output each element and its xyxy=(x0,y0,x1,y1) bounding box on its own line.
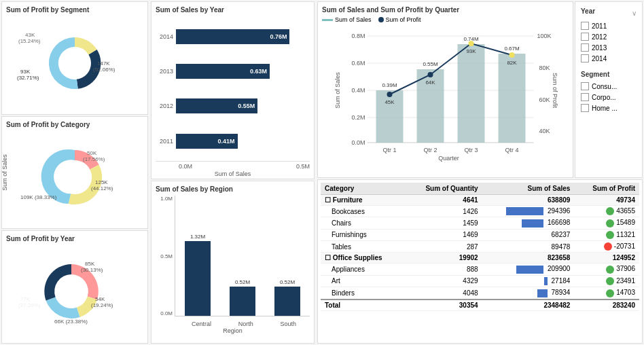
sales-val-2011: 0.41M xyxy=(218,138,235,145)
segment-corporate-item[interactable]: Corpo... xyxy=(581,93,637,101)
tables-sales: 89478 xyxy=(482,241,575,253)
art-profit: 23491 xyxy=(574,275,639,287)
chairs-sales: 166698 xyxy=(482,217,575,229)
table-row: Art 4329 27184 23491 xyxy=(321,275,639,287)
y-label-05m: 0.5M xyxy=(160,253,173,259)
profit-line xyxy=(390,43,512,94)
office-supplies-name: ☐ Office Supplies xyxy=(321,253,405,264)
year-label-2013: 2013 xyxy=(160,68,173,75)
bar-south: 0.52M xyxy=(274,279,300,316)
bar-q4 xyxy=(499,54,526,143)
svg-text:82K: 82K xyxy=(507,60,517,66)
table-row: Appliances 888 209900 37906 xyxy=(321,264,639,275)
svg-text:(15.24%): (15.24%) xyxy=(18,38,41,44)
segment-consumer-item[interactable]: Consu... xyxy=(581,82,637,90)
svg-text:0.4M: 0.4M xyxy=(352,87,365,94)
svg-text:(27.26%): (27.26%) xyxy=(18,302,41,308)
segment-home-item[interactable]: Home ... xyxy=(581,104,637,112)
table-row: ☐ Furniture 4641 638809 49734 xyxy=(321,195,639,206)
legend-sales-label: Sum of Sales xyxy=(335,16,372,23)
svg-text:80K: 80K xyxy=(539,65,550,71)
tables-name: Tables xyxy=(321,241,405,253)
year-2013-label: 2013 xyxy=(592,44,607,52)
sales-by-region-title: Sum of Sales by Region xyxy=(156,185,310,193)
sales-bar-2011: 0.41M xyxy=(176,134,310,149)
sales-bar-2014: 0.76M xyxy=(176,29,310,44)
svg-text:125K: 125K xyxy=(95,179,108,185)
year-2013-item[interactable]: 2013 xyxy=(581,43,637,52)
year-label-2011: 2011 xyxy=(160,138,173,145)
profit-by-category-chart: Sum of Profit by Category 50K (17.56%) 1… xyxy=(1,116,148,230)
furniture-sales: 638809 xyxy=(482,195,575,206)
donut-category-container: 50K (17.56%) 125K (44.12%) 109K (38.33%) xyxy=(6,131,143,223)
table-row: Chairs 1459 166698 15489 xyxy=(321,217,639,229)
top-row: Sum of Sales and Sum of Profit by Quarte… xyxy=(317,1,643,178)
svg-text:0.2M: 0.2M xyxy=(352,114,365,121)
sales-table: Category Sum of Quantity Sum of Sales Su… xyxy=(321,183,639,311)
appliances-sales: 209900 xyxy=(482,264,575,275)
bar-north: 0.52M xyxy=(230,279,255,316)
segment-corporate-checkbox[interactable] xyxy=(581,93,589,101)
profit-by-year-chart: Sum of Profit by Year 85K (30.13%) xyxy=(1,230,148,344)
year-2014-item[interactable]: 2014 xyxy=(581,54,637,62)
sales-by-region-chart: Sum of Sales by Region 1.0M 0.5M 0.0M 1.… xyxy=(151,181,315,344)
office-supplies-qty: 19902 xyxy=(405,253,482,264)
svg-text:Sum of Profit: Sum of Profit xyxy=(552,73,558,109)
year-filter-arrow[interactable]: ∨ xyxy=(632,10,637,17)
year-2011-label: 2011 xyxy=(592,22,607,30)
profit-dot-q1 xyxy=(387,92,393,97)
year-filter-title: Year xyxy=(581,7,595,15)
region-label-central: Central xyxy=(192,321,211,327)
region-labels: Central North South xyxy=(175,321,310,327)
profit-by-category-title: Sum of Profit by Category xyxy=(6,121,143,128)
svg-text:(44.12%): (44.12%) xyxy=(91,185,113,192)
svg-text:Qtr 1: Qtr 1 xyxy=(382,147,396,153)
year-2012-item[interactable]: 2012 xyxy=(581,33,637,41)
svg-text:0.8M: 0.8M xyxy=(352,33,365,39)
data-table-container: Category Sum of Quantity Sum of Sales Su… xyxy=(317,179,643,344)
bar-label-south: 0.52M xyxy=(280,279,295,285)
svg-text:(17.56%): (17.56%) xyxy=(83,156,105,162)
year-2014-checkbox[interactable] xyxy=(581,54,589,62)
segment-filter-title: Segment xyxy=(581,71,637,78)
svg-text:(30.13%): (30.13%) xyxy=(81,267,103,273)
year-2012-checkbox[interactable] xyxy=(581,33,589,41)
svg-text:77K: 77K xyxy=(20,296,31,302)
year-2013-checkbox[interactable] xyxy=(581,43,589,52)
furniture-qty: 4641 xyxy=(405,195,482,206)
legend-sales: Sum of Sales xyxy=(322,16,372,23)
bookcases-name: Bookcases xyxy=(321,206,405,217)
svg-text:45K: 45K xyxy=(384,99,395,105)
x-label-0: 0.0M xyxy=(179,163,192,170)
svg-text:0.55M: 0.55M xyxy=(423,61,438,67)
svg-text:54K: 54K xyxy=(95,296,105,302)
binders-name: Binders xyxy=(321,287,405,299)
col-category: Category xyxy=(321,183,405,195)
svg-text:93K: 93K xyxy=(466,48,476,54)
table-row: ☐ Office Supplies 19902 823658 124952 xyxy=(321,253,639,264)
sales-bar-2013: 0.63M xyxy=(176,64,310,79)
svg-text:(52.06%): (52.06%) xyxy=(93,67,115,73)
segment-consumer-checkbox[interactable] xyxy=(581,82,589,90)
bookcases-profit: 43655 xyxy=(574,206,639,217)
appliances-name: Appliances xyxy=(321,264,405,275)
tables-qty: 287 xyxy=(405,241,482,253)
sales-bar-2012: 0.55M xyxy=(176,98,310,113)
combo-chart: Sum of Sales and Sum of Profit by Quarte… xyxy=(317,1,573,178)
bar-q3 xyxy=(458,44,485,143)
segment-home-checkbox[interactable] xyxy=(581,104,589,112)
profit-by-segment-title: Sum of Profit by Segment xyxy=(6,6,143,14)
x-axis-region-title: Region xyxy=(156,327,310,334)
profit-by-year-title: Sum of Profit by Year xyxy=(6,235,143,242)
total-qty: 30354 xyxy=(405,299,482,311)
left-column: Sum of Profit by Segment 43K xyxy=(0,0,149,345)
year-2011-checkbox[interactable] xyxy=(581,22,589,30)
svg-text:0.0M: 0.0M xyxy=(352,139,365,146)
year-label-2014: 2014 xyxy=(160,33,173,40)
region-label-south: South xyxy=(281,321,297,327)
legend-sales-color xyxy=(322,19,333,21)
binders-qty: 4048 xyxy=(405,287,482,299)
year-2011-item[interactable]: 2011 xyxy=(581,22,637,30)
svg-text:Qtr 2: Qtr 2 xyxy=(423,147,437,153)
svg-text:Quarter: Quarter xyxy=(438,155,459,162)
